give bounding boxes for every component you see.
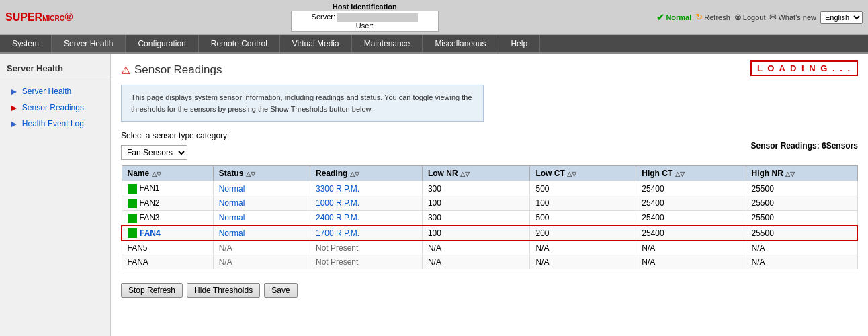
table-row: FAN1 Normal 3300 R.P.M. 300 500 25400 25… (122, 181, 857, 196)
sensor-type-dropdown[interactable]: Fan Sensors (121, 145, 187, 160)
cell-low-ct: N/A (530, 241, 636, 255)
cell-low-nr: 300 (422, 210, 530, 225)
cell-high-ct: 25400 (636, 210, 746, 225)
nav-miscellaneous[interactable]: Miscellaneous (423, 35, 498, 52)
nav-maintenance[interactable]: Maintenance (352, 35, 423, 52)
nav-virtual-media[interactable]: Virtual Media (280, 35, 352, 52)
cell-high-nr: N/A (746, 255, 857, 269)
language-select[interactable]: English (820, 11, 863, 24)
cell-name: FAN3 (122, 210, 213, 225)
sidebar-label-sensor-readings: Sensor Readings (22, 103, 84, 112)
sidebar: Server Health ► Server Health ► Sensor R… (0, 54, 111, 336)
supermicro-logo: SUPERMICRO® (5, 11, 73, 24)
table-row: FAN4 Normal 1700 R.P.M. 100 200 25400 25… (122, 226, 857, 241)
arrow-icon-blue: ► (9, 86, 19, 97)
page-title-row: ⚠ Sensor Readings (121, 63, 750, 77)
loading-badge: L O A D I N G . . . (750, 60, 858, 76)
table-row: FAN5 N/A Not Present N/A N/A N/A N/A (122, 241, 857, 255)
status-green-indicator (128, 228, 137, 238)
cell-high-ct: 25400 (636, 181, 746, 196)
bottom-buttons: Stop Refresh Hide Thresholds Save (121, 283, 858, 304)
sidebar-divider (0, 79, 110, 79)
info-box: This page displays system sensor informa… (121, 85, 484, 122)
table-row: FANA N/A Not Present N/A N/A N/A N/A (122, 255, 857, 269)
cell-reading: 1000 R.P.M. (310, 196, 423, 210)
stop-refresh-button[interactable]: Stop Refresh (121, 283, 183, 298)
table-header-row: Name △▽ Status △▽ Reading △▽ Low NR △▽ L… (122, 166, 857, 181)
cell-low-ct: 200 (530, 226, 636, 241)
sidebar-item-server-health[interactable]: ► Server Health (0, 83, 110, 99)
envelope-icon: ✉ (769, 12, 777, 22)
normal-status: ✔ Normal (656, 12, 691, 23)
cell-low-ct: 500 (530, 181, 636, 196)
nav-help[interactable]: Help (498, 35, 540, 52)
top-bar: SUPERMICRO® Host Identification Server: … (0, 0, 868, 35)
cell-reading: 3300 R.P.M. (310, 181, 423, 196)
arrow-icon-blue2: ► (9, 118, 19, 129)
status-green-indicator (128, 214, 137, 223)
cell-reading: 2400 R.P.M. (310, 210, 423, 225)
cell-high-nr: N/A (746, 241, 857, 255)
nav-configuration[interactable]: Configuration (126, 35, 198, 52)
table-row: FAN2 Normal 1000 R.P.M. 100 100 25400 25… (122, 196, 857, 210)
cell-low-ct: 500 (530, 210, 636, 225)
cell-high-nr: 25500 (746, 196, 857, 210)
host-identification-label: Host Identification (291, 3, 439, 11)
sidebar-item-sensor-readings[interactable]: ► Sensor Readings (0, 99, 110, 116)
cell-low-nr: N/A (422, 255, 530, 269)
th-status: Status △▽ (213, 166, 310, 181)
nav-system[interactable]: System (0, 35, 52, 52)
cell-low-nr: 300 (422, 181, 530, 196)
logo-area: SUPERMICRO® (5, 11, 73, 24)
cell-high-ct: N/A (636, 255, 746, 269)
cell-name: FAN2 (122, 196, 213, 210)
server-row: Server: (312, 13, 419, 22)
cell-name: FAN5 (122, 241, 213, 255)
cell-high-ct: 25400 (636, 226, 746, 241)
th-reading: Reading △▽ (310, 166, 423, 181)
page-title: Sensor Readings (134, 63, 222, 77)
host-info: Host Identification Server: User: (291, 3, 439, 32)
cell-name: FAN4 (122, 226, 213, 241)
th-low-ct: Low CT △▽ (530, 166, 636, 181)
nav-server-health[interactable]: Server Health (52, 35, 126, 52)
cell-high-ct: 25400 (636, 196, 746, 210)
cell-reading: Not Present (310, 241, 423, 255)
cell-reading: Not Present (310, 255, 423, 269)
nav-bar: System Server Health Configuration Remot… (0, 35, 868, 54)
refresh-icon: ↻ (695, 12, 703, 22)
th-high-nr: High NR △▽ (746, 166, 857, 181)
select-label: Select a sensor type category: (121, 131, 229, 140)
status-green-indicator (128, 184, 137, 194)
refresh-link[interactable]: ↻ Refresh (695, 12, 730, 22)
logout-link[interactable]: ⊗ Logout (734, 12, 766, 22)
nav-remote-control[interactable]: Remote Control (199, 35, 280, 52)
sidebar-label-health-event-log: Health Event Log (22, 119, 84, 128)
arrow-icon-red: ► (9, 102, 19, 113)
save-button[interactable]: Save (264, 283, 297, 298)
cell-high-nr: 25500 (746, 226, 857, 241)
whats-new-link[interactable]: ✉ What's new (769, 12, 816, 22)
sidebar-item-health-event-log[interactable]: ► Health Event Log (0, 116, 110, 132)
cell-reading: 1700 R.P.M. (310, 226, 423, 241)
cell-status: Normal (213, 196, 310, 210)
sensor-table: Name △▽ Status △▽ Reading △▽ Low NR △▽ L… (121, 165, 858, 269)
cell-name: FANA (122, 255, 213, 269)
cell-status: Normal (213, 226, 310, 241)
cell-high-nr: 25500 (746, 181, 857, 196)
info-text: This page displays system sensor informa… (131, 93, 472, 113)
sidebar-section-title: Server Health (0, 60, 110, 75)
th-name: Name △▽ (122, 166, 213, 181)
cell-low-nr: 100 (422, 226, 530, 241)
cell-status: N/A (213, 241, 310, 255)
sensor-count: Sensor Readings: 6Sensors (751, 141, 858, 151)
main-layout: Server Health ► Server Health ► Sensor R… (0, 54, 868, 336)
th-low-nr: Low NR △▽ (422, 166, 530, 181)
cell-low-nr: 100 (422, 196, 530, 210)
hide-thresholds-button[interactable]: Hide Thresholds (187, 283, 260, 298)
cell-high-ct: N/A (636, 241, 746, 255)
cell-low-nr: N/A (422, 241, 530, 255)
status-green-indicator (128, 199, 137, 208)
cell-high-nr: 25500 (746, 210, 857, 225)
check-icon: ✔ (656, 12, 664, 23)
